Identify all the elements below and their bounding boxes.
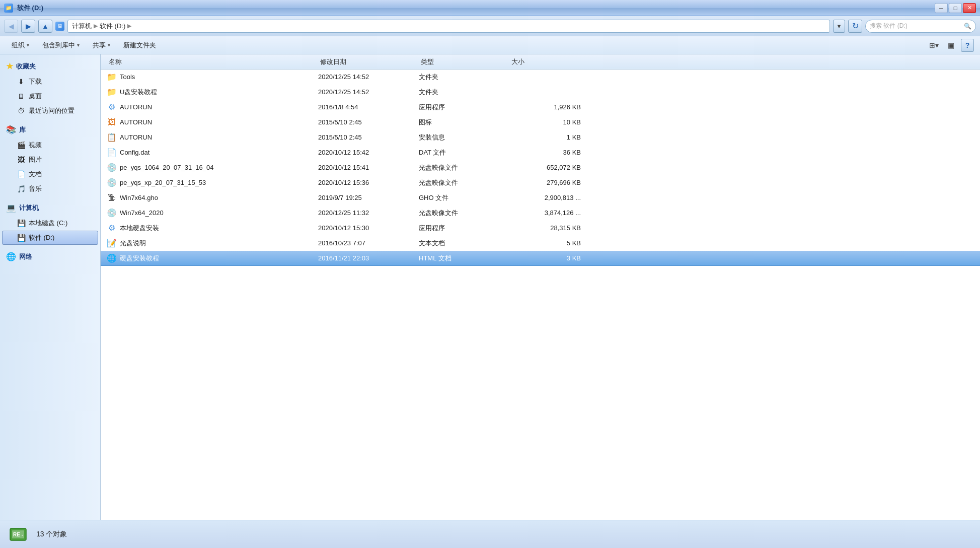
file-cell-name: 🗜 Win7x64.gho: [105, 193, 316, 203]
table-row[interactable]: ⚙ AUTORUN 2016/1/8 4:54 应用程序 1,926 KB: [101, 100, 980, 115]
image-icon: 🖼: [17, 155, 26, 164]
file-name: Win7x64.gho: [120, 194, 158, 201]
col-header-size[interactable]: 大小: [507, 57, 583, 66]
sidebar-item-software-d[interactable]: 💾 软件 (D:): [2, 231, 98, 245]
file-cell-modified: 2015/5/10 2:45: [316, 133, 417, 141]
file-cell-name: 📄 Config.dat: [105, 148, 316, 158]
file-area: 名称 修改日期 类型 大小 📁 Tools 2020/12/25 14:52 文…: [101, 54, 980, 520]
file-cell-modified: 2015/5/10 2:45: [316, 118, 417, 126]
file-cell-name: 💿 Win7x64_2020: [105, 208, 316, 218]
file-name: 硬盘安装教程: [120, 254, 159, 263]
file-icon-exe: ⚙: [107, 102, 117, 112]
file-cell-type: 应用程序: [417, 224, 507, 233]
network-icon: 🌐: [6, 252, 16, 261]
col-header-name[interactable]: 名称: [105, 57, 316, 66]
close-button[interactable]: ✕: [963, 3, 976, 13]
view-options-button[interactable]: ⊞▾: [927, 39, 941, 52]
titlebar-left: 📁 软件 (D:): [4, 4, 43, 13]
sidebar-item-local-c[interactable]: 💾 本地磁盘 (C:): [2, 216, 98, 230]
table-row[interactable]: 📁 U盘安装教程 2020/12/25 14:52 文件夹: [101, 85, 980, 100]
local-c-icon: 💾: [17, 219, 26, 228]
sidebar-item-image[interactable]: 🖼 图片: [2, 153, 98, 167]
statusbar: RE - 13 个对象: [0, 520, 980, 548]
file-name: pe_yqs_xp_20_07_31_15_53: [120, 179, 206, 186]
table-row[interactable]: 📁 Tools 2020/12/25 14:52 文件夹: [101, 70, 980, 85]
sidebar-item-image-label: 图片: [29, 155, 42, 164]
file-cell-type: 光盘映像文件: [417, 163, 507, 172]
table-row[interactable]: 📝 光盘说明 2016/10/23 7:07 文本文档 5 KB: [101, 236, 980, 251]
sidebar-favorites-header[interactable]: ★ 收藏夹: [0, 58, 100, 74]
toolbar-right: ⊞▾ ▣ ?: [927, 39, 974, 52]
sidebar-item-desktop[interactable]: 🖥 桌面: [2, 89, 98, 103]
computer-icon: 💻: [6, 203, 16, 213]
column-header: 名称 修改日期 类型 大小: [101, 54, 980, 70]
video-icon: 🎬: [17, 141, 26, 150]
up-button[interactable]: ▲: [38, 20, 52, 33]
table-row[interactable]: 🌐 硬盘安装教程 2016/11/21 22:03 HTML 文档 3 KB: [101, 251, 980, 266]
col-header-modified[interactable]: 修改日期: [316, 57, 417, 66]
file-cell-size: 2,900,813 ...: [507, 194, 583, 201]
forward-button[interactable]: ▶: [21, 20, 35, 33]
sidebar-item-video[interactable]: 🎬 视频: [2, 138, 98, 152]
sidebar-network-header[interactable]: 🌐 网络: [0, 249, 100, 264]
file-cell-size: 3,874,126 ...: [507, 209, 583, 217]
share-button[interactable]: 共享 ▾: [87, 38, 116, 52]
window-title: 软件 (D:): [17, 4, 43, 13]
sidebar-library-header[interactable]: 📚 库: [0, 122, 100, 138]
sidebar-item-recent-label: 最近访问的位置: [29, 106, 74, 115]
file-cell-size: 10 KB: [507, 118, 583, 126]
sidebar-item-music-label: 音乐: [29, 184, 42, 193]
sidebar-computer-header[interactable]: 💻 计算机: [0, 200, 100, 216]
table-row[interactable]: 📄 Config.dat 2020/10/12 15:42 DAT 文件 36 …: [101, 145, 980, 160]
recent-icon: ⏱: [17, 106, 26, 115]
table-row[interactable]: 🖼 AUTORUN 2015/5/10 2:45 图标 10 KB: [101, 115, 980, 130]
new-folder-label: 新建文件夹: [123, 41, 156, 50]
file-icon-ico: 🖼: [107, 117, 117, 127]
table-row[interactable]: 💿 Win7x64_2020 2020/12/25 11:32 光盘映像文件 3…: [101, 206, 980, 221]
file-cell-name: 📁 U盘安装教程: [105, 87, 316, 97]
table-row[interactable]: 💿 pe_yqs_1064_20_07_31_16_04 2020/10/12 …: [101, 160, 980, 175]
sidebar-item-recent[interactable]: ⏱ 最近访问的位置: [2, 104, 98, 118]
addressbar: ◀ ▶ ▲ 🖥 计算机 ▶ 软件 (D:) ▶ ▼ ↻ 搜索 软件 (D:) 🔍: [0, 16, 980, 36]
file-cell-modified: 2016/11/21 22:03: [316, 254, 417, 262]
new-folder-button[interactable]: 新建文件夹: [118, 38, 162, 52]
sidebar-item-music[interactable]: 🎵 音乐: [2, 182, 98, 196]
sidebar-network-section: 🌐 网络: [0, 249, 100, 264]
sidebar-item-download[interactable]: ⬇ 下载: [2, 75, 98, 89]
file-cell-modified: 2019/9/7 19:25: [316, 194, 417, 201]
sidebar-item-doc[interactable]: 📄 文档: [2, 167, 98, 181]
path-icon: 🖥: [55, 22, 64, 31]
file-cell-size: 3 KB: [507, 254, 583, 262]
preview-pane-button[interactable]: ▣: [944, 39, 958, 52]
favorites-star-icon: ★: [6, 61, 13, 71]
library-arrow: ▾: [77, 42, 80, 48]
file-name: AUTORUN: [120, 133, 152, 141]
address-path[interactable]: 计算机 ▶ 软件 (D:) ▶: [67, 20, 830, 33]
col-header-type[interactable]: 类型: [417, 57, 507, 66]
file-icon-txt: 📝: [107, 238, 117, 248]
titlebar: 📁 软件 (D:) ─ □ ✕: [0, 0, 980, 16]
library-button[interactable]: 包含到库中 ▾: [37, 38, 85, 52]
sidebar: ★ 收藏夹 ⬇ 下载 🖥 桌面 ⏱ 最近访问的位置 📚 库 🎬: [0, 54, 101, 520]
path-computer[interactable]: 计算机: [72, 22, 92, 31]
search-box[interactable]: 搜索 软件 (D:) 🔍: [865, 20, 976, 33]
table-row[interactable]: 🗜 Win7x64.gho 2019/9/7 19:25 GHO 文件 2,90…: [101, 190, 980, 206]
library-folder-icon: 📚: [6, 125, 16, 134]
path-drive[interactable]: 软件 (D:): [100, 22, 125, 31]
address-dropdown[interactable]: ▼: [833, 20, 845, 33]
file-cell-name: ⚙ AUTORUN: [105, 102, 316, 112]
organize-button[interactable]: 组织 ▾: [6, 38, 35, 52]
maximize-button[interactable]: □: [949, 3, 962, 13]
library-label: 包含到库中: [42, 41, 75, 50]
table-row[interactable]: ⚙ 本地硬盘安装 2020/10/12 15:30 应用程序 28,315 KB: [101, 221, 980, 236]
sidebar-item-doc-label: 文档: [29, 170, 42, 179]
minimize-button[interactable]: ─: [935, 3, 948, 13]
back-button[interactable]: ◀: [4, 20, 18, 33]
refresh-button[interactable]: ↻: [848, 20, 862, 33]
toolbar: 组织 ▾ 包含到库中 ▾ 共享 ▾ 新建文件夹 ⊞▾ ▣ ?: [0, 36, 980, 54]
help-button[interactable]: ?: [961, 39, 974, 52]
table-row[interactable]: 📋 AUTORUN 2015/5/10 2:45 安装信息 1 KB: [101, 130, 980, 145]
file-name: 本地硬盘安装: [120, 224, 159, 233]
table-row[interactable]: 💿 pe_yqs_xp_20_07_31_15_53 2020/10/12 15…: [101, 175, 980, 190]
file-cell-name: 📁 Tools: [105, 72, 316, 82]
